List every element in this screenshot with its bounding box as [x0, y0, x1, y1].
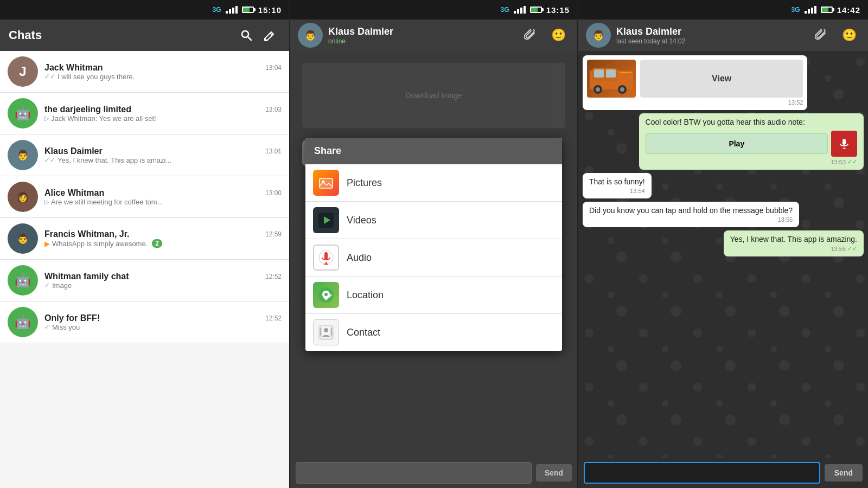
battery-icon-3 [821, 7, 833, 13]
clock-1: 15:10 [258, 5, 282, 15]
chat-info-klaus-daimler: Klaus Daimler 13:01 ✓✓ Yes, I knew that.… [44, 146, 282, 164]
message-input-3[interactable] [584, 462, 820, 484]
chat-preview: ✓ Image [44, 281, 282, 290]
message-van: View 13:52 [583, 55, 864, 110]
emoji-button-3[interactable]: 🙂 [838, 24, 860, 47]
avatar-header-2: 👨 [298, 23, 323, 48]
signal-bar [524, 6, 526, 14]
record-button[interactable] [831, 131, 857, 157]
share-item-videos[interactable]: Videos [305, 202, 562, 239]
share-label-pictures: Pictures [347, 177, 382, 189]
clock-2: 13:15 [546, 5, 570, 15]
chat-header-status-3: last seen today at 14:02 [616, 37, 804, 45]
attachment-button-3[interactable] [809, 24, 832, 47]
share-item-pictures[interactable]: Pictures [305, 164, 562, 202]
double-check-green: ✓✓ [847, 158, 857, 165]
check-icon: ✓ [44, 323, 50, 331]
chat-item-klaus-daimler[interactable]: 👨 Klaus Daimler 13:01 ✓✓ Yes, I knew tha… [0, 134, 289, 176]
chat-item-only-bff[interactable]: 🤖 Only for BFF! 12:52 ✓ Miss you [0, 301, 289, 343]
clock-3: 14:42 [837, 5, 860, 15]
signal-bar [232, 8, 234, 14]
download-text: Download image [405, 91, 462, 100]
chat-name-row: Alice Whitman 13:00 [44, 188, 282, 198]
chat-header-name-2: Klaus Daimler [328, 26, 513, 37]
audio-note-text: Cool color! BTW you gotta hear this audi… [646, 118, 857, 126]
input-bar-2: Send [290, 458, 577, 488]
chat-messages-3: View 13:52 Cool color! BTW you gotta hea… [578, 51, 868, 458]
image-preview-area: Download image [290, 51, 577, 140]
location-svg [318, 287, 334, 303]
battery-fill-2 [531, 8, 538, 12]
avatar-alice-whitman: 👩 [8, 182, 38, 212]
emoji-button[interactable]: 🙂 [547, 24, 570, 47]
unread-badge: 2 [152, 239, 162, 248]
signal-bar [808, 9, 810, 14]
chat-preview: ▶ WhatsApp is simply awesome. 2 [44, 239, 282, 248]
chats-title: Chats [9, 28, 235, 42]
message-funny: That is so funny! 13:54 [583, 173, 864, 198]
videos-svg [318, 213, 334, 228]
svg-rect-23 [594, 69, 604, 78]
bubble-time-tap: 13:55 [589, 216, 793, 223]
videos-icon [313, 207, 339, 233]
avatar-jack-whitman: J [8, 56, 38, 87]
battery-fill-1 [243, 8, 250, 12]
share-item-contact[interactable]: Contact [305, 314, 562, 351]
chat-header-status-2: online [328, 37, 513, 45]
chat-info-jack-whitman: Jack Whitman 13:04 ✓✓ I will see you guy… [44, 63, 282, 81]
chat-time: 12:52 [265, 273, 282, 280]
battery-fill-3 [822, 8, 829, 12]
signal-bar [805, 11, 807, 14]
chat-time: 12:59 [265, 230, 282, 238]
avatar-darjeeling: 🤖 [8, 98, 38, 129]
avatar-placeholder: 🤖 [8, 307, 38, 337]
attachment-button[interactable] [519, 24, 541, 47]
chat-name-row: Only for BFF! 12:52 [44, 313, 282, 323]
chats-panel: 3G 15:10 Chats [0, 0, 289, 488]
chat-name: Jack Whitman [44, 63, 103, 73]
send-button-3[interactable]: Send [825, 464, 863, 481]
signal-bar [811, 8, 813, 14]
chat-header-3: 👨 Klaus Daimler last seen today at 14:02… [578, 20, 868, 51]
view-image-button[interactable]: View [640, 60, 803, 98]
chat-item-whitman-family[interactable]: 🤖 Whitman family chat 12:52 ✓ Image [0, 260, 289, 301]
chat-item-darjeeling[interactable]: 🤖 the darjeeling limited 13:03 ▷ Jack Wh… [0, 93, 289, 134]
play-icon: ▷ [44, 115, 49, 122]
play-audio-button[interactable]: Play [646, 133, 828, 154]
chat-name: Only for BFF! [44, 313, 100, 323]
send-button-2[interactable]: Send [536, 464, 572, 481]
share-item-location[interactable]: Location [305, 277, 562, 314]
input-bar-3: Send [578, 458, 868, 488]
bubble-tap: Did you know you can tap and hold on the… [583, 202, 799, 227]
compose-button[interactable] [258, 24, 280, 47]
avatar-only-bff: 🤖 [8, 307, 38, 337]
chat-time: 13:04 [265, 64, 282, 72]
share-label-videos: Videos [347, 215, 376, 226]
van-svg [590, 62, 633, 95]
chat-header-info-2: Klaus Daimler online [328, 26, 513, 45]
chat-info-francis-whitman: Francis Whitman, Jr. 12:59 ▶ WhatsApp is… [44, 229, 282, 248]
message-input-2[interactable] [296, 462, 532, 484]
avatar-placeholder: J [8, 56, 38, 87]
search-button[interactable] [235, 24, 258, 47]
svg-rect-24 [606, 69, 616, 78]
signal-bar [235, 6, 238, 14]
attachment-icon [524, 29, 536, 41]
chat-share-panel: 3G 13:15 👨 Klaus Daimler online 🙂 [289, 0, 578, 488]
chat-item-francis-whitman[interactable]: 👨 Francis Whitman, Jr. 12:59 ▶ WhatsApp … [0, 218, 289, 260]
chat-info-alice-whitman: Alice Whitman 13:00 ▷ Are we still meeti… [44, 188, 282, 206]
share-dialog: Share Pictures V [305, 138, 562, 351]
chat-item-jack-whitman[interactable]: J Jack Whitman 13:04 ✓✓ I will see you g… [0, 51, 289, 93]
share-item-audio[interactable]: Audio [305, 239, 562, 277]
forward-icon: ▶ [44, 240, 50, 248]
svg-rect-5 [320, 178, 333, 188]
avatar-klaus-daimler: 👨 [8, 140, 38, 170]
svg-point-28 [620, 87, 624, 92]
status-bar-1: 3G 15:10 [0, 0, 289, 20]
chat-item-alice-whitman[interactable]: 👩 Alice Whitman 13:00 ▷ Are we still mee… [0, 176, 289, 218]
search-icon [240, 29, 252, 41]
avatar-placeholder: 🤖 [8, 265, 38, 296]
signal-bars-1 [226, 6, 238, 14]
battery-icon-2 [530, 7, 542, 13]
compose-icon [263, 29, 275, 41]
